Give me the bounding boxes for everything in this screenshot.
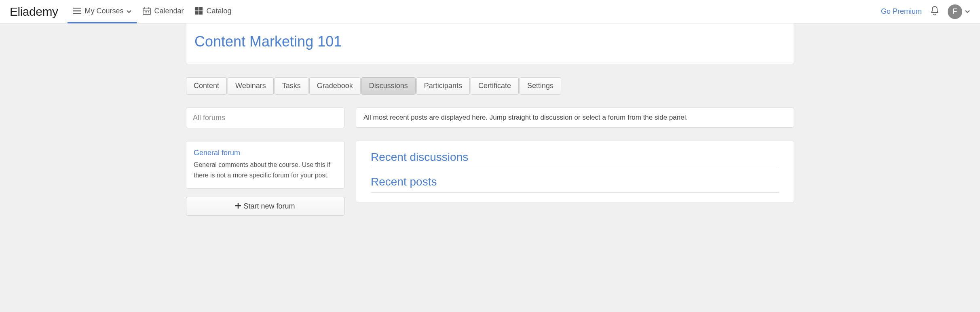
plus-icon: [235, 202, 241, 211]
tab-tasks[interactable]: Tasks: [275, 77, 308, 95]
tab-webinars[interactable]: Webinars: [228, 77, 274, 95]
nav-my-courses[interactable]: My Courses: [68, 0, 137, 23]
notifications-icon[interactable]: [930, 6, 940, 18]
nav-calendar[interactable]: Calendar: [137, 0, 189, 23]
forum-title-link[interactable]: General forum: [194, 149, 337, 157]
tab-participants[interactable]: Participants: [416, 77, 470, 95]
grid-icon: [195, 7, 203, 15]
discussions-panel: Recent discussions Recent posts: [356, 141, 794, 203]
go-premium-link[interactable]: Go Premium: [881, 7, 922, 16]
forums-sidebar: All forums General forum General comment…: [186, 108, 344, 216]
discussions-main: All most recent posts are displayed here…: [356, 108, 794, 203]
recent-posts-heading: Recent posts: [371, 175, 779, 193]
start-new-forum-label: Start new forum: [243, 202, 295, 211]
info-banner: All most recent posts are displayed here…: [356, 108, 794, 128]
content-row: All forums General forum General comment…: [186, 108, 794, 216]
forum-description: General comments about the course. Use t…: [194, 160, 337, 180]
topbar: Eliademy My Courses Calendar Catalog Go …: [0, 0, 980, 23]
user-initial: F: [953, 7, 957, 16]
course-tabs: Content Webinars Tasks Gradebook Discuss…: [186, 77, 794, 95]
user-avatar[interactable]: F: [948, 4, 962, 19]
forum-card: General forum General comments about the…: [186, 141, 344, 189]
hamburger-icon: [73, 8, 81, 14]
calendar-icon: [143, 7, 151, 15]
tab-discussions[interactable]: Discussions: [361, 77, 416, 95]
svg-rect-1: [195, 7, 199, 11]
course-title[interactable]: Content Marketing 101: [194, 33, 786, 50]
nav-catalog[interactable]: Catalog: [189, 0, 237, 23]
all-forums-header[interactable]: All forums: [186, 108, 344, 128]
brand-logo[interactable]: Eliademy: [10, 5, 58, 19]
chevron-down-icon: [127, 7, 131, 15]
svg-rect-2: [199, 7, 203, 11]
start-new-forum-button[interactable]: Start new forum: [186, 197, 344, 216]
tab-gradebook[interactable]: Gradebook: [309, 77, 361, 95]
nav-my-courses-label: My Courses: [84, 7, 123, 15]
tab-settings[interactable]: Settings: [520, 77, 561, 95]
nav-calendar-label: Calendar: [154, 7, 184, 15]
svg-rect-4: [199, 11, 203, 15]
tab-content[interactable]: Content: [186, 77, 227, 95]
course-title-panel: Content Marketing 101: [186, 23, 794, 64]
tab-certificate[interactable]: Certificate: [471, 77, 519, 95]
recent-discussions-heading: Recent discussions: [371, 151, 779, 168]
nav-catalog-label: Catalog: [206, 7, 231, 15]
user-menu-chevron-icon[interactable]: [965, 8, 970, 15]
svg-rect-3: [195, 11, 199, 15]
